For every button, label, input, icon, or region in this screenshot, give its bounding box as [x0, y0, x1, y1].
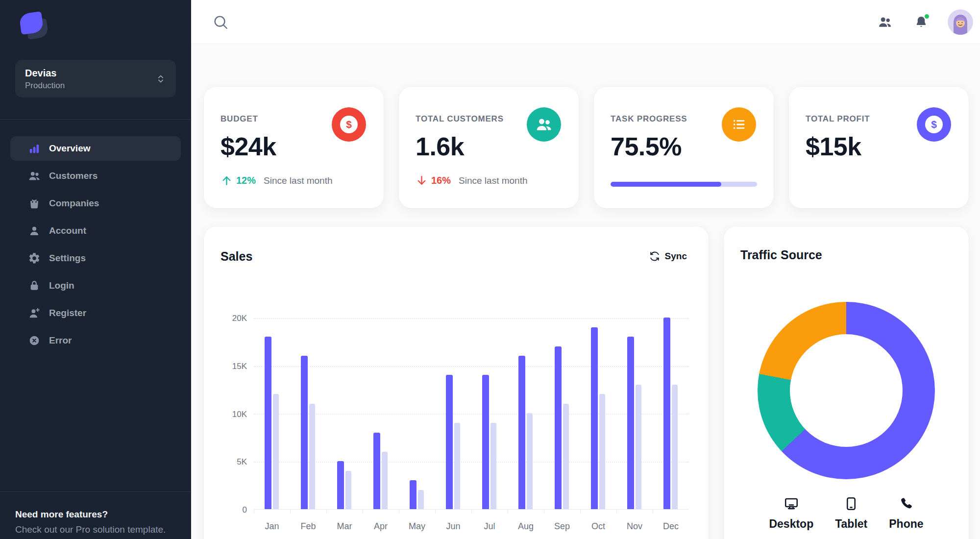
budget-card: BUDGET $24k $ 12% Since last month: [204, 87, 384, 208]
sales-title: Sales: [220, 249, 252, 264]
bar-group-jun: Jun: [435, 318, 471, 509]
sidebar-item-label: Account: [49, 225, 86, 236]
user-plus-icon: [28, 307, 41, 319]
sidebar-item-customers[interactable]: Customers: [10, 164, 181, 188]
notification-dot: [924, 13, 930, 20]
phone-icon: [898, 496, 914, 512]
trend-caption: Since last month: [459, 175, 527, 186]
traffic-legend: Desktop Tablet Phone: [724, 496, 969, 531]
bar-secondary: [309, 404, 315, 509]
device-tablet-icon: [843, 496, 859, 512]
caret-up-down-icon: [155, 74, 166, 84]
x-axis-label: May: [399, 521, 435, 532]
notifications-bell-icon[interactable]: [911, 12, 931, 32]
dollar-icon: $: [917, 107, 951, 142]
sidebar-divider: [0, 119, 191, 120]
bar-group-nov: Nov: [616, 318, 653, 509]
list-bullets-icon: [722, 107, 756, 142]
stats-row: BUDGET $24k $ 12% Since last month TOTAL…: [204, 87, 969, 208]
arrow-up-icon: [220, 174, 233, 187]
trend-row: 16% Since last month: [416, 174, 528, 187]
sidebar-item-register[interactable]: Register: [10, 301, 181, 325]
sidebar-item-error[interactable]: Error: [10, 328, 181, 353]
bar-primary: [337, 461, 344, 509]
topbar-actions: [875, 9, 973, 35]
legend-label: Phone: [889, 517, 923, 531]
sidebar-item-login[interactable]: Login: [10, 273, 181, 298]
sync-label: Sync: [665, 251, 687, 262]
bar-group-apr: Apr: [363, 318, 399, 509]
x-axis-label: Mar: [326, 521, 363, 532]
shopping-bag-icon: [28, 197, 41, 210]
bar-primary: [301, 356, 308, 509]
x-axis-label: Jul: [471, 521, 508, 532]
bar-secondary: [382, 452, 388, 509]
user-icon: [28, 224, 41, 237]
workspace-selector[interactable]: Devias Production: [15, 60, 176, 98]
sales-bar-plot: JanFebMarAprMayJunJulAugSepOctNovDec: [254, 318, 689, 510]
bar-primary: [663, 318, 670, 509]
sales-y-axis: 20K15K10K5K0: [218, 318, 247, 510]
bar-group-feb: Feb: [290, 318, 326, 509]
sidebar-item-companies[interactable]: Companies: [10, 191, 181, 216]
search-icon[interactable]: [210, 11, 231, 33]
traffic-donut: [758, 302, 935, 479]
traffic-title: Traffic Source: [740, 248, 822, 262]
sync-button[interactable]: Sync: [644, 248, 692, 265]
bar-secondary: [527, 413, 533, 509]
traffic-source-card: Traffic Source Desktop Tablet Phone: [724, 226, 969, 539]
bar-secondary: [672, 385, 678, 509]
x-axis-label: Apr: [363, 521, 399, 532]
x-axis-label: Jun: [435, 521, 471, 532]
bar-secondary: [345, 471, 351, 509]
legend-label: Tablet: [835, 517, 867, 531]
legend-item-tablet: Tablet: [835, 496, 867, 531]
bar-primary: [373, 433, 380, 509]
bar-group-jan: Jan: [254, 318, 290, 509]
topbar: [191, 0, 980, 44]
sidebar-item-account[interactable]: Account: [10, 219, 181, 243]
sidebar-item-label: Settings: [49, 253, 86, 264]
bar-primary: [446, 375, 453, 509]
bar-group-jul: Jul: [471, 318, 508, 509]
footer-title: Need more features?: [15, 509, 176, 520]
sidebar-item-settings[interactable]: Settings: [10, 246, 181, 270]
x-axis-label: Oct: [580, 521, 616, 532]
arrows-clockwise-icon: [649, 251, 660, 262]
users-badge-icon: [527, 107, 561, 142]
contacts-icon[interactable]: [875, 12, 895, 32]
legend-label: Desktop: [769, 517, 813, 531]
x-axis-label: Aug: [508, 521, 544, 532]
bar-primary: [265, 337, 271, 509]
bar-primary: [518, 356, 525, 509]
bar-secondary: [636, 385, 641, 509]
task-progress-bar: [611, 182, 757, 187]
dollar-icon: $: [332, 107, 366, 142]
bar-primary: [555, 346, 562, 509]
x-axis-label: Feb: [290, 521, 326, 532]
gear-icon: [28, 252, 41, 265]
task-progress-fill: [611, 182, 721, 187]
total-customers-card: TOTAL CUSTOMERS 1.6k 16% Since last mont…: [399, 87, 579, 208]
sidebar: Devias Production Overview Customers Com…: [0, 0, 191, 539]
x-circle-icon: [28, 334, 41, 347]
desktop-icon: [784, 496, 799, 512]
sidebar-item-overview[interactable]: Overview: [10, 136, 181, 161]
trend-percent: 16%: [431, 175, 451, 186]
users-icon: [28, 170, 41, 182]
bar-secondary: [418, 490, 424, 509]
bar-secondary: [454, 423, 460, 509]
user-avatar[interactable]: [948, 9, 973, 35]
total-profit-card: TOTAL PROFIT $15k $: [789, 87, 969, 208]
workspace-environment: Production: [25, 81, 155, 91]
arrow-down-icon: [416, 174, 428, 187]
bar-secondary: [599, 394, 605, 509]
x-axis-label: Jan: [254, 521, 290, 532]
sidebar-nav: Overview Customers Companies Account Set…: [10, 136, 181, 353]
bar-group-dec: Dec: [653, 318, 689, 509]
bar-secondary: [273, 394, 279, 509]
sidebar-item-label: Companies: [49, 198, 99, 209]
bar-group-oct: Oct: [580, 318, 616, 509]
bar-group-sep: Sep: [544, 318, 580, 509]
lock-icon: [28, 279, 41, 292]
